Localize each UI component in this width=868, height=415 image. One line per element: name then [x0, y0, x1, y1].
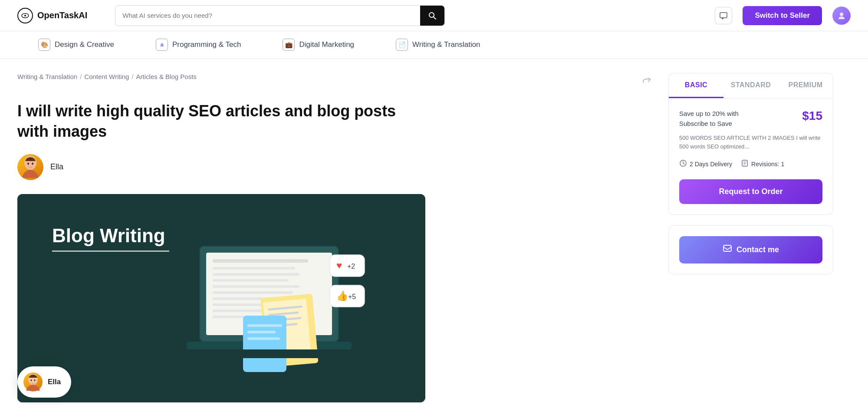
share-button[interactable]: [642, 76, 651, 87]
nav-item-digital-marketing-label: Digital Marketing: [299, 40, 354, 49]
pricing-card: BASIC STANDARD PREMIUM Save up to 20% wi…: [668, 73, 833, 215]
delivery-meta: 2 Days Delivery: [679, 159, 732, 169]
search-button[interactable]: [420, 5, 444, 26]
gig-content: Writing & Translation / Content Writing …: [17, 59, 651, 415]
svg-rect-13: [213, 259, 308, 263]
seller-avatar: [17, 154, 43, 180]
programming-icon: a: [156, 39, 168, 51]
contact-icon: [723, 244, 732, 256]
nav-item-digital-marketing[interactable]: 💼 Digital Marketing: [262, 31, 375, 59]
search-bar: [115, 5, 445, 26]
nav-item-writing-label: Writing & Translation: [412, 40, 480, 49]
nav-item-design-label: Design & Creative: [55, 40, 114, 49]
svg-rect-4: [720, 13, 727, 18]
logo-text: OpenTaskAI: [37, 10, 87, 20]
svg-rect-16: [213, 279, 289, 282]
svg-point-9: [27, 162, 29, 165]
gig-title: I will write high quality SEO articles a…: [17, 101, 417, 142]
right-panel: BASIC STANDARD PREMIUM Save up to 20% wi…: [668, 59, 833, 415]
svg-point-10: [32, 162, 33, 165]
chat-bubble-avatar: [23, 372, 43, 392]
blog-writing-text: Blog Writing: [52, 224, 169, 247]
seller-row: Ella: [17, 154, 651, 180]
nav-item-writing[interactable]: 📄 Writing & Translation: [375, 31, 501, 59]
svg-text:+5: +5: [348, 293, 356, 300]
breadcrumb-sep-1: /: [80, 73, 82, 80]
svg-rect-17: [213, 285, 299, 288]
user-avatar-button[interactable]: [832, 7, 851, 25]
header: OpenTaskAI Switch to Seller: [0, 0, 868, 31]
svg-point-5: [840, 13, 843, 16]
svg-rect-46: [723, 245, 731, 251]
svg-rect-14: [213, 267, 295, 270]
switch-to-seller-button[interactable]: Switch to Seller: [743, 6, 822, 25]
search-input[interactable]: [115, 12, 420, 19]
pricing-meta: 2 Days Delivery Revisions: 1: [679, 159, 822, 169]
contact-label: Contact me: [736, 245, 779, 254]
contact-button[interactable]: Contact me: [679, 236, 822, 263]
blog-title-overlay: Blog Writing: [52, 224, 169, 252]
pricing-tabs: BASIC STANDARD PREMIUM: [669, 73, 833, 99]
digital-marketing-icon: 💼: [283, 39, 295, 51]
tab-standard[interactable]: STANDARD: [723, 73, 778, 98]
revisions-label: Revisions: 1: [751, 161, 784, 168]
svg-rect-31: [247, 324, 282, 327]
breadcrumb-sep-2: /: [132, 73, 133, 80]
svg-point-1: [24, 15, 26, 16]
revisions-icon: [741, 159, 749, 169]
svg-text:👍: 👍: [336, 290, 349, 302]
delivery-label: 2 Days Delivery: [690, 161, 732, 168]
breadcrumb-row: Writing & Translation / Content Writing …: [17, 73, 651, 91]
delivery-icon: [679, 159, 687, 169]
header-right: Switch to Seller: [715, 6, 851, 25]
breadcrumb: Writing & Translation / Content Writing …: [17, 73, 197, 80]
tab-basic[interactable]: BASIC: [669, 73, 723, 98]
svg-point-49: [31, 379, 32, 381]
blog-illustration: Blog Writing: [17, 194, 425, 402]
request-order-button[interactable]: Request to Order: [679, 179, 822, 204]
save-line1: Save up to 20% with: [679, 109, 739, 119]
writing-icon: 📄: [396, 39, 408, 51]
title-underline: [52, 250, 169, 252]
revisions-meta: Revisions: 1: [741, 159, 784, 169]
nav-item-programming-label: Programming & Tech: [172, 40, 241, 49]
svg-text:♥: ♥: [336, 260, 342, 271]
breadcrumb-articles[interactable]: Articles & Blog Posts: [136, 73, 197, 80]
svg-rect-30: [243, 316, 286, 372]
svg-line-3: [434, 17, 436, 19]
save-line2: Subscribe to Save: [679, 119, 739, 129]
main-content: Writing & Translation / Content Writing …: [0, 59, 851, 415]
breadcrumb-writing[interactable]: Writing & Translation: [17, 73, 77, 80]
svg-text:+2: +2: [347, 263, 355, 270]
svg-rect-33: [247, 337, 280, 340]
chat-bubble[interactable]: Ella: [17, 366, 71, 398]
svg-point-50: [34, 379, 36, 381]
logo-area: OpenTaskAI: [17, 8, 87, 23]
tab-premium[interactable]: PREMIUM: [778, 73, 833, 98]
breadcrumb-content-writing[interactable]: Content Writing: [84, 73, 129, 80]
svg-rect-18: [213, 291, 293, 294]
laptop-illustration: ♥ +2 👍 +5: [174, 220, 391, 394]
seller-name: Ella: [50, 162, 63, 171]
contact-body: Contact me: [669, 226, 833, 274]
nav-item-programming[interactable]: a Programming & Tech: [135, 31, 262, 59]
logo-icon: [17, 8, 33, 23]
design-icon: 🎨: [38, 39, 50, 51]
category-nav: 🎨 Design & Creative a Programming & Tech…: [0, 31, 868, 59]
pricing-description: 500 WORDS SEO ARTICLE WITH 2 IMAGES I wi…: [679, 134, 822, 151]
save-text: Save up to 20% with Subscribe to Save: [679, 109, 739, 128]
pricing-header-row: Save up to 20% with Subscribe to Save $1…: [679, 109, 822, 128]
svg-rect-15: [213, 273, 299, 276]
chat-bubble-name: Ella: [48, 378, 61, 386]
svg-rect-32: [247, 331, 276, 333]
contact-card: Contact me: [668, 225, 833, 274]
nav-item-design[interactable]: 🎨 Design & Creative: [17, 31, 135, 59]
price-amount: $15: [802, 109, 822, 123]
messages-button[interactable]: [715, 7, 732, 24]
svg-rect-40: [195, 349, 347, 358]
gig-image: Blog Writing: [17, 194, 425, 402]
pricing-body: Save up to 20% with Subscribe to Save $1…: [669, 99, 833, 214]
